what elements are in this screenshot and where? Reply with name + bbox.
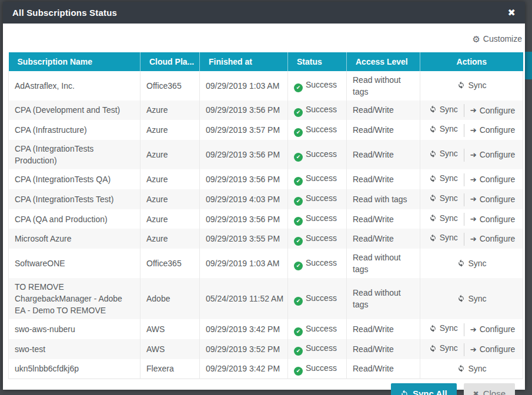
finished-at-cell: 09/29/2019 3:56 PM [200, 169, 288, 189]
arrow-right-icon: ➔ [470, 106, 477, 114]
table-row: swo-test AWS 09/29/2019 3:52 PM ✔Success… [9, 339, 523, 359]
arrow-right-icon: ➔ [470, 151, 477, 159]
close-icon[interactable]: ✖ [508, 8, 516, 18]
configure-action[interactable]: ➔Configure [470, 124, 516, 136]
actions-cell: Sync➔Configure [420, 120, 523, 140]
status-cell: ✔Success [288, 120, 347, 140]
sync-icon [457, 294, 465, 302]
column-header-access-level[interactable]: Access Level [347, 52, 420, 71]
sync-action[interactable]: Sync [429, 172, 458, 184]
access-level-cell: Read with tags [347, 189, 420, 209]
configure-label: Configure [480, 193, 516, 205]
table-row: CPA (Development and Test) Azure 09/29/2… [9, 101, 523, 120]
configure-action[interactable]: ➔Configure [470, 343, 516, 355]
all-subscriptions-status-modal: All Subscriptions Status ✖ ⚙ Customize S… [3, 2, 525, 390]
subscription-name-cell: ukn5lnbb6cfdkj6p [9, 359, 140, 379]
arrow-right-icon: ➔ [470, 235, 477, 243]
customize-button[interactable]: ⚙ Customize [472, 34, 522, 43]
sync-label: Sync [468, 79, 486, 91]
sync-icon [457, 81, 465, 89]
sync-action[interactable]: Sync [429, 192, 458, 204]
cloud-platform-cell: Azure [140, 209, 200, 229]
sync-action[interactable]: Sync [429, 123, 458, 135]
action-divider [464, 323, 464, 336]
action-divider [464, 124, 464, 137]
action-divider [464, 149, 464, 162]
status-label: Success [306, 258, 337, 267]
sync-label: Sync [440, 232, 458, 243]
success-check-icon: ✔ [294, 197, 303, 206]
finished-at-cell: 09/29/2019 1:03 AM [200, 71, 288, 101]
customize-label: Customize [483, 34, 522, 43]
sync-all-button[interactable]: Sync All [391, 383, 457, 395]
column-header-status[interactable]: Status [288, 52, 347, 71]
table-row: SoftwareONE Office365 09/29/2019 1:03 AM… [9, 249, 523, 278]
subscription-name-cell: CPA (IntegrationTests QA) [9, 169, 140, 189]
configure-action[interactable]: ➔Configure [470, 173, 516, 185]
action-divider [464, 173, 464, 186]
actions-cell: Sync➔Configure [420, 101, 523, 120]
table-row: TO REMOVE ChargebackManager - Adobe EA -… [9, 278, 523, 319]
close-x-icon: ✖ [473, 390, 479, 395]
access-level-cell: Read/Write [347, 229, 420, 249]
column-header-actions: Actions [420, 52, 523, 71]
configure-action[interactable]: ➔Configure [470, 323, 516, 335]
sync-icon [429, 214, 437, 222]
sync-action[interactable]: Sync [429, 212, 458, 224]
status-cell: ✔Success [288, 140, 347, 169]
configure-label: Configure [480, 149, 516, 160]
sync-action[interactable]: Sync [429, 103, 458, 115]
configure-label: Configure [480, 213, 516, 225]
column-header-finished-at[interactable]: Finished at [200, 52, 288, 71]
sync-action[interactable]: Sync [457, 363, 486, 374]
table-row: AdAstraflex, Inc. Office365 09/29/2019 1… [9, 71, 523, 101]
configure-action[interactable]: ➔Configure [470, 213, 516, 225]
finished-at-cell: 09/29/2019 3:42 PM [200, 319, 288, 339]
sync-action[interactable]: Sync [457, 79, 486, 91]
table-row: CPA (Infrastructure) Azure 09/29/2019 3:… [9, 120, 523, 140]
modal-footer: Sync All ✖ Close [3, 379, 525, 395]
actions-cell: Sync➔Configure [420, 169, 523, 189]
sync-icon [429, 125, 437, 133]
actions-cell: Sync [420, 359, 523, 379]
status-label: Success [306, 149, 337, 159]
action-divider [464, 213, 464, 226]
sync-icon [457, 364, 465, 372]
configure-action[interactable]: ➔Configure [470, 105, 516, 116]
subscription-name-cell: swo-aws-nuberu [9, 319, 140, 339]
sync-action[interactable]: Sync [429, 322, 458, 334]
sync-action[interactable]: Sync [429, 148, 458, 159]
actions-cell: Sync [420, 71, 523, 101]
column-header-subscription-name[interactable]: Subscription Name [9, 52, 140, 71]
finished-at-cell: 09/29/2019 3:56 PM [200, 101, 288, 120]
arrow-right-icon: ➔ [470, 195, 477, 203]
sync-label: Sync [440, 212, 458, 224]
sync-action[interactable]: Sync [457, 257, 486, 269]
configure-label: Configure [480, 323, 516, 335]
configure-action[interactable]: ➔Configure [470, 193, 516, 205]
status-cell: ✔Success [288, 339, 347, 359]
subscription-name-cell: swo-test [9, 339, 140, 359]
status-cell: ✔Success [288, 278, 347, 319]
sync-action[interactable]: Sync [429, 232, 458, 243]
status-label: Success [306, 324, 337, 333]
sync-action[interactable]: Sync [457, 293, 486, 304]
cloud-platform-cell: Azure [140, 140, 200, 169]
success-check-icon: ✔ [294, 83, 303, 92]
configure-action[interactable]: ➔Configure [470, 233, 516, 245]
subscription-name-cell: CPA (QA and Production) [9, 209, 140, 229]
status-label: Success [306, 213, 337, 223]
sync-action[interactable]: Sync [429, 342, 458, 354]
success-check-icon: ✔ [294, 327, 303, 336]
table-header-row: Subscription Name Cloud Pla... Finished … [9, 52, 523, 71]
configure-action[interactable]: ➔Configure [470, 149, 516, 160]
table-row: CPA (IntegrationTests Test) Azure 09/29/… [9, 189, 523, 209]
sync-icon [429, 344, 437, 352]
action-divider [464, 104, 464, 117]
column-header-cloud-platform[interactable]: Cloud Pla... [140, 52, 200, 71]
status-cell: ✔Success [288, 359, 347, 379]
success-check-icon: ✔ [294, 367, 303, 376]
finished-at-cell: 09/29/2019 3:52 PM [200, 339, 288, 359]
sync-label: Sync [440, 342, 458, 354]
close-button[interactable]: ✖ Close [464, 383, 515, 395]
